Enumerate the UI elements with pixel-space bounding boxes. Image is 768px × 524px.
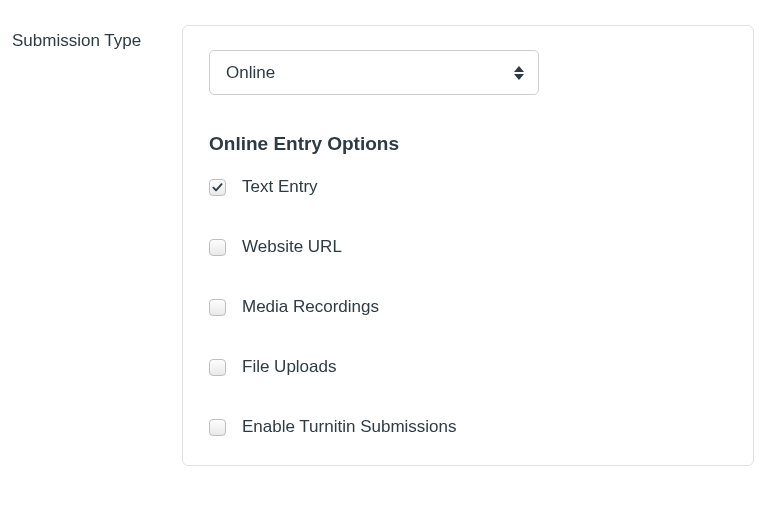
option-label[interactable]: Text Entry [242, 177, 318, 197]
checkbox-text-entry[interactable] [209, 179, 226, 196]
option-label[interactable]: Media Recordings [242, 297, 379, 317]
checkbox-file-uploads[interactable] [209, 359, 226, 376]
submission-type-label: Submission Type [12, 25, 182, 51]
submission-type-panel: Online Online Entry Options Text Entry W… [182, 25, 754, 466]
option-text-entry: Text Entry [209, 177, 727, 197]
checkbox-media-recordings[interactable] [209, 299, 226, 316]
option-label[interactable]: Website URL [242, 237, 342, 257]
checkbox-website-url[interactable] [209, 239, 226, 256]
option-label[interactable]: Enable Turnitin Submissions [242, 417, 457, 437]
option-website-url: Website URL [209, 237, 727, 257]
option-label[interactable]: File Uploads [242, 357, 337, 377]
option-enable-turnitin: Enable Turnitin Submissions [209, 417, 727, 437]
submission-type-select[interactable]: Online [209, 50, 539, 95]
online-entry-options-heading: Online Entry Options [209, 133, 727, 155]
checkbox-enable-turnitin[interactable] [209, 419, 226, 436]
submission-type-select-value: Online [226, 63, 275, 83]
check-icon [212, 182, 223, 193]
option-media-recordings: Media Recordings [209, 297, 727, 317]
option-file-uploads: File Uploads [209, 357, 727, 377]
submission-type-select-wrap: Online [209, 50, 539, 95]
submission-type-row: Submission Type Online Online Entry Opti… [0, 0, 768, 466]
